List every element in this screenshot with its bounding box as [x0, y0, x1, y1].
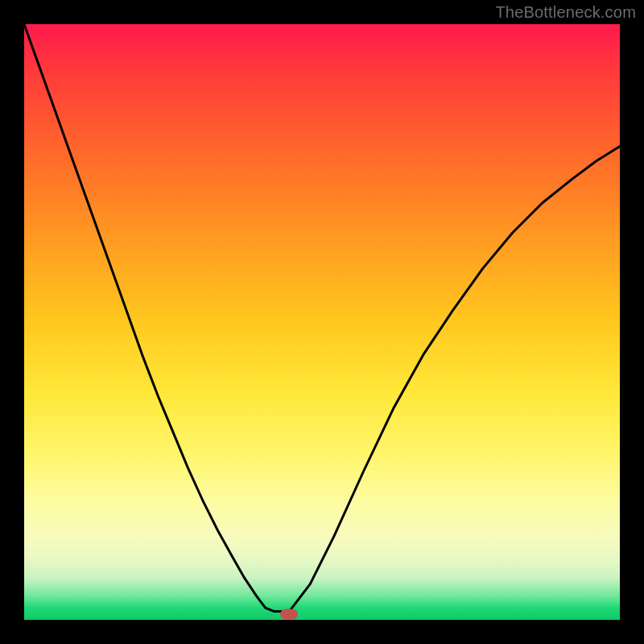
watermark-text: TheBottleneck.com	[495, 3, 636, 22]
plot-area	[24, 24, 620, 620]
curve-path	[24, 24, 620, 612]
minimum-marker	[280, 609, 298, 619]
bottleneck-curve	[24, 24, 620, 620]
chart-frame: TheBottleneck.com	[0, 0, 644, 644]
